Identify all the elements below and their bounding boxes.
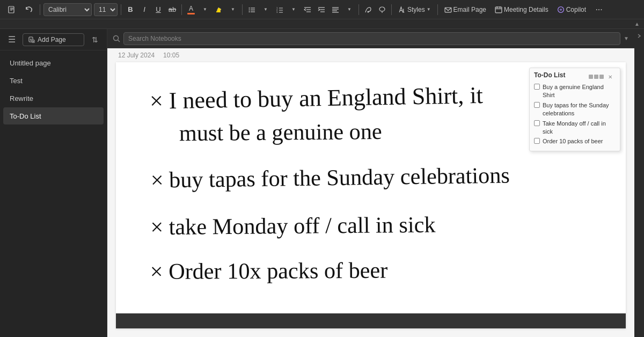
content-wrapper: ▼ 12 July 2024 10:05 × I need to buy an … — [107, 29, 634, 337]
copilot-icon — [557, 6, 565, 13]
todo-checkbox-4[interactable] — [534, 138, 540, 144]
todo-popup-control-2 — [594, 75, 598, 79]
svg-point-2 — [249, 8, 250, 9]
right-collapse-btn[interactable] — [634, 29, 644, 337]
svg-rect-1 — [216, 11, 221, 12]
toolbar: Calibri 11 B I U ab A ▼ ▼ ▼ 1 — [0, 0, 644, 19]
svg-point-4 — [249, 11, 250, 12]
svg-text:× I need to buy an England Shi: × I need to buy an England Shirt, it — [150, 82, 484, 114]
todo-checkbox-2[interactable] — [534, 102, 540, 108]
toolbar-collapse-btn[interactable]: ▲ — [634, 21, 640, 27]
search-dropdown-btn[interactable]: ▼ — [624, 35, 629, 41]
bullet-list-dropdown[interactable]: ▼ — [260, 3, 272, 16]
svg-text:+: + — [33, 40, 34, 43]
numbered-list-btn[interactable]: 1. 2. 3. — [274, 3, 286, 16]
search-input[interactable] — [123, 32, 620, 45]
toolbar-row2: ▲ — [0, 19, 644, 29]
search-icon — [113, 35, 120, 42]
new-notebook-btn[interactable] — [4, 2, 19, 17]
todo-popup-close-btn[interactable]: ✕ — [608, 74, 612, 80]
page-date: 12 July 2024 — [118, 52, 155, 59]
alignment-dropdown[interactable]: ▼ — [343, 3, 355, 16]
font-color-btn[interactable]: A — [185, 3, 197, 16]
styles-dropdown-arrow: ▼ — [427, 7, 431, 12]
italic-btn[interactable]: I — [138, 3, 150, 16]
font-size-select[interactable]: 11 — [94, 3, 118, 16]
divider-7 — [437, 4, 438, 15]
sidebar-menu-btn[interactable]: ☰ — [4, 32, 19, 47]
svg-text:× take Monday off / call in si: × take Monday off / call in sick — [150, 212, 436, 240]
sidebar-header: ☰ + Add Page ⇅ — [0, 29, 107, 50]
search-bar: ▼ — [107, 29, 634, 48]
divider-2 — [121, 4, 121, 15]
bottom-bar — [116, 313, 626, 328]
todo-item-1-text: Buy a genuine England Shirt — [543, 83, 616, 100]
email-icon — [444, 6, 452, 13]
numbered-list-icon: 1. 2. 3. — [276, 6, 283, 13]
indent-btn[interactable] — [316, 3, 327, 16]
more-options-btn[interactable]: ··· — [591, 2, 606, 17]
add-page-btn[interactable]: + Add Page — [23, 33, 84, 46]
todo-popup-control-1 — [589, 75, 593, 79]
sidebar-item-untitled-label: Untitled page — [10, 59, 51, 67]
sort-btn[interactable]: ⇅ — [87, 32, 103, 47]
todo-item-2-text: Buy tapas for the Sunday celebrations — [543, 101, 616, 118]
svg-text:3.: 3. — [276, 11, 278, 13]
todo-item-1: Buy a genuine England Shirt — [534, 83, 616, 100]
svg-text:must be a genuine one: must be a genuine one — [179, 119, 382, 145]
meeting-details-label: Meeting Details — [504, 6, 548, 13]
copilot-label: Copilot — [566, 6, 586, 13]
sidebar: ☰ + Add Page ⇅ Untitled page Test Rewrit… — [0, 29, 107, 337]
indent-icon — [318, 6, 325, 13]
page-canvas: × I need to buy an England Shirt, it mus… — [116, 62, 626, 328]
todo-item-4-text: Order 10 packs of beer — [543, 137, 603, 145]
main-area: ☰ + Add Page ⇅ Untitled page Test Rewrit… — [0, 29, 644, 337]
email-page-btn[interactable]: Email Page — [441, 3, 489, 17]
font-family-select[interactable]: Calibri — [43, 3, 92, 16]
svg-point-25 — [379, 7, 385, 11]
styles-icon — [398, 6, 406, 13]
todo-checkbox-3[interactable] — [534, 120, 540, 126]
highlight-icon — [216, 6, 223, 13]
add-page-icon: + — [28, 36, 35, 43]
lasso-icon — [378, 6, 386, 13]
sidebar-item-test[interactable]: Test — [3, 72, 104, 89]
font-color-bar — [187, 13, 195, 14]
numbered-list-dropdown[interactable]: ▼ — [288, 3, 299, 16]
sidebar-item-rewrite[interactable]: Rewrite — [3, 90, 104, 107]
sidebar-item-untitled[interactable]: Untitled page — [3, 54, 104, 71]
alignment-btn[interactable] — [330, 3, 341, 16]
highlight-dropdown-btn[interactable]: ▼ — [227, 3, 239, 16]
todo-checkbox-1[interactable] — [534, 84, 540, 90]
divider-1 — [40, 4, 40, 15]
todo-item-4: Order 10 packs of beer — [534, 137, 616, 145]
outdent-btn[interactable] — [302, 3, 313, 16]
highlight-btn[interactable] — [213, 3, 225, 16]
sidebar-item-todo-label: To-Do List — [10, 112, 41, 120]
divider-4 — [242, 4, 243, 15]
sidebar-item-todo[interactable]: To-Do List — [3, 107, 104, 124]
meeting-details-icon — [495, 6, 502, 13]
page-time: 10:05 — [163, 52, 179, 59]
divider-5 — [358, 4, 359, 15]
alignment-icon — [332, 6, 339, 13]
copilot-btn[interactable]: Copilot — [554, 3, 589, 17]
bullet-list-btn[interactable] — [246, 3, 258, 16]
handwritten-area[interactable]: × I need to buy an England Shirt, it mus… — [116, 62, 626, 328]
svg-point-24 — [368, 11, 369, 12]
underline-btn[interactable]: U — [152, 3, 164, 16]
styles-btn[interactable]: Styles ▼ — [395, 3, 434, 17]
strikethrough-btn[interactable]: ab — [166, 3, 178, 16]
meeting-details-btn[interactable]: Meeting Details — [492, 3, 552, 17]
lasso-btn[interactable] — [376, 3, 388, 16]
svg-text:× Order 10x packs of beer: × Order 10x packs of beer — [150, 258, 388, 284]
ink-icon — [364, 6, 372, 13]
font-color-dropdown-btn[interactable]: ▼ — [199, 3, 211, 16]
sidebar-item-rewrite-label: Rewrite — [10, 94, 33, 102]
bullet-list-icon — [248, 6, 255, 13]
page-meta: 12 July 2024 10:05 — [107, 48, 634, 62]
ink-btn[interactable] — [362, 3, 374, 16]
undo-btn[interactable] — [21, 2, 36, 17]
bold-btn[interactable]: B — [125, 3, 136, 16]
todo-popup-controls — [589, 75, 604, 79]
